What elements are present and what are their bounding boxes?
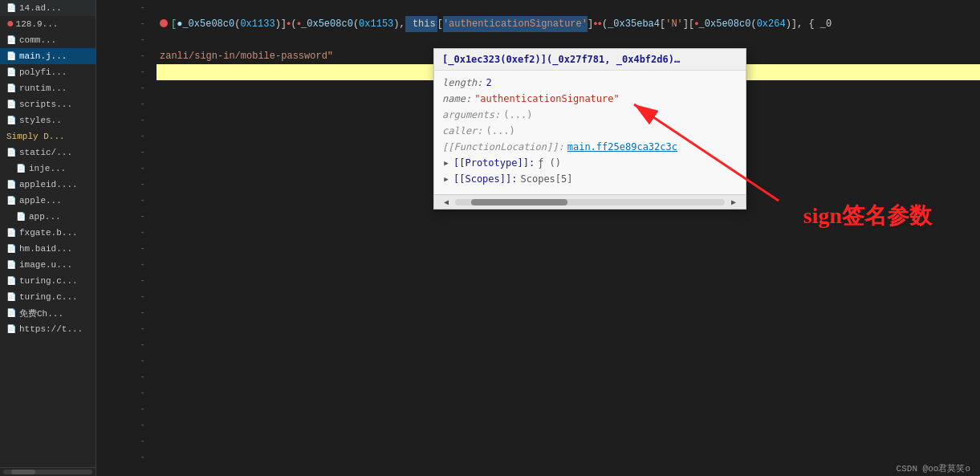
dash-line: - <box>136 48 157 64</box>
file-icon: 📄 <box>6 67 16 77</box>
file-sidebar: 📄 14.ad... ● 128.9... 📄 comm... 📄 main.j… <box>0 0 96 476</box>
sidebar-hscrollbar[interactable] <box>0 467 96 476</box>
dash-line: - <box>136 225 157 241</box>
sidebar-item-hm[interactable]: 📄 hm.baid... <box>0 241 96 257</box>
dash-line: - <box>136 96 157 112</box>
tooltip-row-arguments: arguments: (...) <box>442 108 738 122</box>
sidebar-item-apple[interactable]: 📄 apple... <box>0 193 96 209</box>
code-line-25 <box>157 385 980 401</box>
tooltip-row-caller: caller: (...) <box>442 124 738 138</box>
dash-line: - <box>136 241 157 257</box>
file-icon: 📄 <box>6 83 16 93</box>
sidebar-item-free[interactable]: 📄 免费Ch... <box>0 305 96 321</box>
file-icon: 📄 <box>6 324 16 334</box>
sidebar-item-14ad[interactable]: 📄 14.ad... <box>0 0 96 16</box>
dash-line: - <box>136 305 157 321</box>
file-icon: 📄 <box>6 276 16 286</box>
sidebar-item-styles[interactable]: 📄 styles.. <box>0 112 96 128</box>
tooltip-header: [_0x1ec323(0xef2)](_0x27f781, _0x4bf2d6)… <box>434 49 746 71</box>
expand-arrow-scopes: ▶ <box>442 175 450 183</box>
expand-arrow-prototype: ▶ <box>442 159 450 167</box>
dash-line: - <box>136 337 157 353</box>
sidebar-item-https[interactable]: 📄 https://t... <box>0 321 96 337</box>
sidebar-item-simply[interactable]: Simply D... <box>0 128 96 144</box>
main-code-area: - - - - - - - - - - - - - - - - - - - - … <box>96 0 980 476</box>
code-line-21 <box>157 321 980 337</box>
dash-line: - <box>136 80 157 96</box>
tooltip-body: length: 2 name: "authenticationSignature… <box>434 71 746 194</box>
sidebar-item-appleid[interactable]: 📄 appleid.... <box>0 177 96 193</box>
code-line-23 <box>157 353 980 369</box>
scroll-track[interactable] <box>3 470 92 474</box>
file-icon: 📄 <box>6 3 16 13</box>
file-icon: 📄 <box>6 196 16 205</box>
file-icon: 📄 <box>6 244 16 254</box>
file-icon: 📄 <box>6 35 16 45</box>
tooltip-row-prototype[interactable]: ▶ [[Prototype]]: ƒ () <box>442 156 738 170</box>
dash-line: - <box>136 385 157 401</box>
tooltip-scrollbar[interactable]: ◀ ▶ <box>434 194 746 209</box>
dash-line: - <box>136 161 157 177</box>
sidebar-item-scripts[interactable]: 📄 scripts... <box>0 96 96 112</box>
file-icon: 📄 <box>16 164 26 173</box>
code-line-1 <box>157 0 980 16</box>
sidebar-item-main[interactable]: 📄 main.j... <box>0 48 96 64</box>
sidebar-item-runtime[interactable]: 📄 runtim... <box>0 80 96 96</box>
path-string: zanli/sign-in/mobile-password" <box>160 51 333 62</box>
code-line-3 <box>157 32 980 48</box>
sidebar-item-turing2[interactable]: 📄 turing.c... <box>0 289 96 305</box>
scroll-right-btn[interactable]: ▶ <box>728 197 739 206</box>
breakpoint-dot <box>160 19 168 27</box>
dash-line: - <box>136 401 157 417</box>
file-icon: 📄 <box>6 180 16 189</box>
dash-line: - <box>136 177 157 193</box>
code-line-18 <box>157 273 980 289</box>
tooltip-row-name: name: "authenticationSignature" <box>442 92 738 106</box>
dash-line: - <box>136 353 157 369</box>
code-line-17 <box>157 257 980 273</box>
sidebar-item-128[interactable]: ● 128.9... <box>0 16 96 32</box>
scroll-left-btn[interactable]: ◀ <box>441 197 452 206</box>
dash-line: - <box>136 64 157 80</box>
tooltip-popup: [_0x1ec323(0xef2)](_0x27f781, _0x4bf2d6)… <box>433 48 746 210</box>
dash-line: - <box>136 16 157 32</box>
sidebar-item-fxgate[interactable]: 📄 fxgate.b... <box>0 225 96 241</box>
sidebar-item-app[interactable]: 📄 app... <box>0 209 96 225</box>
tooltip-row-scopes[interactable]: ▶ [[Scopes]]: Scopes[5] <box>442 172 738 186</box>
file-icon: 📄 <box>6 292 16 302</box>
sidebar-item-inje[interactable]: 📄 inje... <box>0 161 96 177</box>
file-icon: 📄 <box>6 308 16 318</box>
credit-text: CSDN @oo君莫笑o <box>897 464 970 474</box>
tooltip-scroll-track[interactable] <box>455 199 725 205</box>
tooltip-row-length: length: 2 <box>442 75 738 90</box>
function-location-link[interactable]: main.ff25e89ca32c3c <box>567 140 677 154</box>
sidebar-item-comm[interactable]: 📄 comm... <box>0 32 96 48</box>
sidebar-item-image[interactable]: 📄 image.u... <box>0 257 96 273</box>
sidebar-item-turing1[interactable]: 📄 turing.c... <box>0 273 96 289</box>
sidebar-item-polyfi[interactable]: 📄 polyfi... <box>0 64 96 80</box>
dash-line: - <box>136 32 157 48</box>
dash-line: - <box>136 112 157 128</box>
file-icon: 📄 <box>6 116 16 125</box>
file-icon: 📄 <box>6 51 16 61</box>
auth-sig-string: 'authenticationSignature' <box>443 16 588 32</box>
token-bracket: [ <box>171 16 177 32</box>
dash-line: - <box>136 0 157 16</box>
dash-line: - <box>136 321 157 337</box>
annotation-text: sign签名参数 <box>803 203 932 228</box>
tooltip-scroll-thumb[interactable] <box>471 199 567 205</box>
code-line-20 <box>157 305 980 321</box>
dash-line: - <box>136 209 157 225</box>
breakpoint-indicator: ● <box>6 17 14 31</box>
file-icon: 📄 <box>6 228 16 238</box>
scroll-thumb[interactable] <box>11 470 35 474</box>
annotation-area: sign签名参数 <box>803 201 932 231</box>
tooltip-row-funcloc: [[FunctionLocation]]: main.ff25e89ca32c3… <box>442 140 738 154</box>
dash-line: - <box>136 193 157 209</box>
file-icon: 📄 <box>6 260 16 270</box>
dash-column: - - - - - - - - - - - - - - - - - - - - … <box>136 0 157 476</box>
dash-line: - <box>136 128 157 144</box>
file-icon: 📄 <box>6 148 16 157</box>
dash-line: - <box>136 417 157 433</box>
sidebar-item-static[interactable]: 📄 static/... <box>0 144 96 161</box>
